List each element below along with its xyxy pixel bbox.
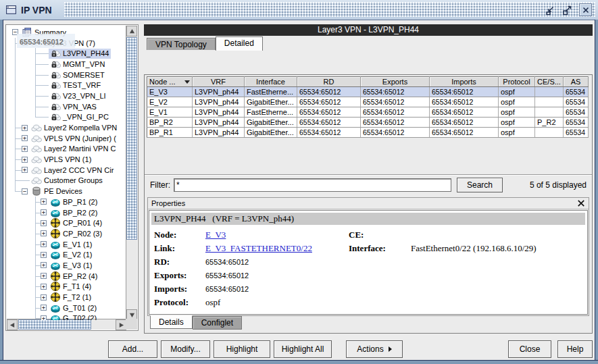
vertical-scroll-thumb[interactable] — [126, 37, 137, 240]
tree-item-e-v2-1[interactable]: +E_V2 (1) — [7, 249, 126, 260]
table-cell: L3VPN_ph44 — [193, 128, 245, 138]
tree-item-pe-devices[interactable]: −PE Devices — [7, 186, 126, 197]
table-spacer — [145, 142, 592, 174]
tab-detailed[interactable]: Detailed — [216, 36, 263, 51]
tree-connector-tick — [35, 318, 41, 319]
modify-button[interactable]: Modify... — [161, 340, 210, 358]
tree-item-core: L3VPN_PH44 — [49, 49, 111, 59]
scroll-left-icon[interactable] — [7, 319, 18, 330]
column-header-vrf[interactable]: VRF — [193, 77, 245, 87]
scroll-right-icon[interactable] — [116, 319, 126, 330]
property-value-link[interactable]: E_V3 — [205, 230, 349, 240]
tree-item-layer2-kompella-vpn[interactable]: +Layer2 Kompella VPN — [7, 122, 126, 133]
scroll-up-icon[interactable] — [126, 26, 137, 36]
tree-item-customer-groups[interactable]: Customer Groups — [7, 176, 126, 186]
table-cell: 65534:65012 — [297, 107, 361, 118]
expand-toggle-icon[interactable]: + — [41, 220, 47, 226]
expand-toggle-icon[interactable]: + — [41, 241, 47, 247]
table-row-e-v1[interactable]: E_V1L3VPN_ph44FastEtherne...65534:650126… — [147, 107, 589, 118]
tree-item-vpn-vas[interactable]: VPN_VAS — [7, 101, 126, 112]
tree-item-e-v1-1[interactable]: +E_V1 (1) — [7, 239, 126, 250]
tree-item-vpn-gi-pc[interactable]: _VPN_GI_PC — [7, 112, 126, 123]
expand-toggle-icon[interactable]: + — [41, 199, 47, 205]
expand-toggle-icon[interactable]: + — [22, 135, 28, 141]
tree-item-f-t1-4[interactable]: +F_T1 (4) — [7, 282, 126, 292]
tree-item-vpls-vpn-1[interactable]: +VPLS VPN (1) — [7, 154, 126, 165]
tree-item-layer2-ccc-vpn-cir[interactable]: +Layer2 CCC VPN Cir — [7, 165, 126, 176]
column-header-protocol[interactable]: Protocol — [499, 77, 535, 87]
tree-item-ep-r2-4[interactable]: +EP_R2 (4) — [7, 271, 126, 282]
column-header-ce-s[interactable]: CE/S... — [535, 77, 564, 87]
properties-panel: Properties L3VPN_PH44 (VRF = L3VPN_ph44)… — [147, 197, 589, 316]
tree-item-mgmt-vpn[interactable]: MGMT_VPN — [7, 59, 126, 70]
column-header-imports[interactable]: Imports — [430, 77, 499, 87]
expand-toggle-icon[interactable]: + — [41, 294, 47, 301]
tab-vpn-topology[interactable]: VPN Topology — [147, 38, 216, 50]
tree-item-layer2-martini-vpn-c[interactable]: +Layer2 Martini VPN C — [7, 144, 126, 155]
column-header-as[interactable]: AS — [564, 77, 589, 87]
minimize-button[interactable] — [543, 3, 556, 16]
properties-heading: L3VPN_PH44 (VRF = L3VPN_ph44) — [151, 213, 585, 225]
expand-toggle-icon[interactable]: + — [41, 252, 47, 258]
tree-item-bp-r1-2[interactable]: +BP_R1 (2) — [7, 197, 126, 207]
expand-toggle-icon[interactable]: + — [41, 305, 47, 311]
maximize-button[interactable] — [560, 3, 573, 16]
expand-toggle-icon[interactable]: + — [41, 284, 47, 290]
column-header-node[interactable]: Node ... — [147, 77, 193, 87]
lock-cloud-icon — [50, 101, 61, 112]
tree-item-core: TEST_VRF — [49, 80, 102, 90]
expand-toggle-icon[interactable]: + — [41, 230, 47, 236]
tree-item-l3vpn-ph44[interactable]: L3VPN_PH44 — [7, 48, 126, 59]
button-label: Actions — [357, 344, 383, 354]
expand-toggle-icon[interactable]: + — [22, 125, 28, 131]
table-row-e-v3[interactable]: E_V3L3VPN_ph44FastEtherne...65534:650126… — [147, 87, 589, 97]
help-button[interactable]: Help — [557, 340, 593, 358]
tree-item-test-vrf[interactable]: TEST_VRF — [7, 80, 126, 90]
table-row-e-v2[interactable]: E_V2L3VPN_ph44GigabitEther...65534:65012… — [147, 97, 589, 107]
tree-vertical-scrollbar[interactable] — [126, 26, 137, 320]
tree-item-e-v3-1[interactable]: +E_V3 (1) — [7, 260, 126, 271]
titlebar-texture — [64, 2, 595, 17]
column-header-exports[interactable]: Exports — [361, 77, 430, 87]
expand-toggle-icon[interactable]: + — [41, 273, 47, 279]
expand-toggle-icon[interactable]: + — [22, 157, 28, 163]
tree-item-f-t2-1[interactable]: +F_T2 (1) — [7, 292, 126, 303]
table-cell: 65534:65012 — [361, 87, 430, 97]
expand-toggle-icon[interactable]: + — [22, 167, 28, 173]
expand-toggle-icon[interactable]: + — [41, 262, 47, 268]
expand-toggle-icon[interactable]: + — [41, 209, 47, 215]
tree-item-g-t02-2[interactable]: +G_T02 (2) — [7, 313, 126, 320]
expand-toggle-icon[interactable]: + — [41, 315, 47, 320]
table-row-bp-r2[interactable]: BP_R2L3VPN_ph44GigabitEther...65534:6501… — [147, 118, 589, 128]
add-button[interactable]: Add... — [108, 340, 157, 358]
window-titlebar[interactable]: IP VPN — [0, 0, 598, 20]
column-header-interface[interactable]: Interface — [245, 77, 297, 87]
highlight-all-button[interactable]: Highlight All — [274, 340, 332, 358]
tree-horizontal-scrollbar[interactable] — [7, 319, 126, 330]
tree-item-cp-r01-4[interactable]: +CP_R01 (4) — [7, 217, 126, 228]
collapse-toggle-icon[interactable]: − — [22, 188, 28, 194]
highlight-button[interactable]: Highlight — [214, 340, 270, 358]
tab-configlet[interactable]: Configlet — [193, 316, 242, 330]
tree-item-v23-vpn-li[interactable]: V23_VPN_LI — [7, 90, 126, 101]
close-button[interactable]: Close — [508, 340, 551, 358]
tree-item-bp-r2-2[interactable]: +BP_R2 (2) — [7, 207, 126, 218]
expand-toggle-icon[interactable]: + — [22, 146, 28, 152]
table-row-bp-r1[interactable]: BP_R1L3VPN_ph44GigabitEther...65534:6501… — [147, 128, 589, 138]
search-button[interactable]: Search — [457, 178, 503, 192]
detail-tabs: VPN TopologyDetailed — [144, 36, 593, 50]
filter-input[interactable] — [174, 178, 451, 192]
actions-button[interactable]: Actions — [346, 340, 403, 358]
lock-cloud-icon — [50, 80, 61, 90]
properties-close-icon[interactable] — [577, 199, 585, 207]
tree-item-vpls-vpn-juniper[interactable]: +VPLS VPN (Juniper) ( — [7, 133, 126, 144]
tab-details[interactable]: Details — [150, 315, 193, 329]
horizontal-scroll-thumb[interactable] — [18, 319, 91, 330]
tree-item-g-t01-2[interactable]: +G_T01 (2) — [7, 303, 126, 313]
window-frame-left — [0, 20, 3, 364]
close-window-button[interactable] — [579, 3, 592, 16]
tree-item-somerset[interactable]: SOMERSET — [7, 70, 126, 80]
tree-item-cp-r02-3[interactable]: +CP_R02 (3) — [7, 228, 126, 239]
column-header-rd[interactable]: RD — [297, 77, 361, 87]
property-value-link[interactable]: E_V3_FASTETHERNET0/22 — [205, 243, 349, 254]
